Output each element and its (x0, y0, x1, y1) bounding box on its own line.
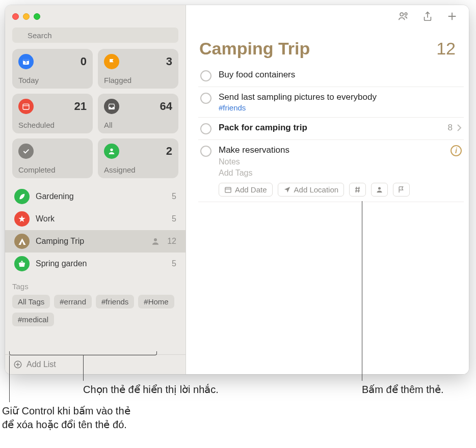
plus-circle-icon (13, 360, 22, 369)
complete-checkbox[interactable] (200, 146, 211, 157)
calendar-small-icon (224, 186, 232, 193)
tent-icon (14, 234, 30, 249)
smart-count: 64 (160, 100, 172, 113)
tag-all-tags[interactable]: All Tags (12, 295, 50, 309)
list-total-count: 12 (436, 39, 456, 59)
svg-text:5: 5 (25, 61, 27, 64)
hashtag-icon (354, 186, 361, 193)
minimize-window-button[interactable] (23, 13, 30, 20)
smart-list-scheduled[interactable]: 21 Scheduled (12, 94, 93, 133)
notes-placeholder[interactable]: Notes (219, 157, 443, 166)
flag-button[interactable] (393, 183, 410, 197)
svg-point-8 (154, 238, 157, 241)
tag-friends[interactable]: #friends (96, 295, 134, 309)
location-arrow-icon (283, 186, 291, 193)
add-tag-button[interactable] (349, 183, 366, 197)
search-input[interactable] (12, 27, 178, 43)
reminder-row[interactable]: Send last sampling pictures to everybody… (198, 87, 464, 118)
calendar-icon (18, 99, 34, 114)
list-name: Spring garden (36, 259, 166, 268)
close-window-button[interactable] (12, 13, 19, 20)
app-window: 5 0 Today 3 Flagged (5, 5, 469, 374)
complete-checkbox[interactable] (200, 123, 211, 134)
list-count: 12 (167, 237, 176, 246)
list-name: Gardening (36, 192, 166, 201)
smart-list-all[interactable]: 64 All (98, 94, 178, 133)
flag-icon (104, 54, 119, 69)
complete-checkbox[interactable] (200, 70, 211, 81)
smart-label: Assigned (104, 165, 172, 174)
callout-line-ctrl-click (9, 355, 10, 402)
tag-medical[interactable]: #medical (12, 313, 54, 326)
smart-label: Scheduled (18, 121, 87, 129)
list-item-work[interactable]: Work 5 (5, 208, 186, 230)
shared-icon (151, 237, 160, 246)
callout-ctrl-click: Giữ Control khi bấm vào thẻ để xóa hoặc … (2, 404, 130, 432)
smart-list-completed[interactable]: Completed (12, 138, 93, 178)
add-list-button[interactable]: Add List (5, 354, 186, 374)
add-location-button[interactable]: Add Location (278, 183, 345, 197)
titlebar (5, 5, 186, 27)
tag-errand[interactable]: #errand (54, 295, 92, 309)
subtask-count-group: 8 (448, 123, 462, 133)
main-header: Camping Trip 12 (186, 27, 469, 65)
smart-list-flagged[interactable]: 3 Flagged (98, 49, 178, 89)
add-location-label: Add Location (294, 185, 339, 194)
basket-icon (14, 256, 30, 271)
complete-checkbox[interactable] (200, 93, 211, 104)
add-date-label: Add Date (235, 185, 267, 194)
list-item-spring-garden[interactable]: Spring garden 5 (5, 253, 186, 275)
person-small-icon (376, 186, 383, 193)
smart-count: 2 (166, 145, 172, 158)
tag-home[interactable]: #Home (138, 295, 174, 309)
tags-section: Tags All Tags #errand #friends #Home #me… (5, 275, 186, 329)
callout-line-select-tag (83, 355, 84, 381)
add-tags-placeholder[interactable]: Add Tags (219, 169, 443, 178)
smart-label: Flagged (104, 76, 172, 85)
chevron-right-icon[interactable] (457, 124, 462, 132)
callout-bracket-tags (9, 351, 157, 355)
list-item-camping-trip[interactable]: Camping Trip 12 (5, 230, 186, 253)
reminder-tag[interactable]: #friends (219, 103, 462, 112)
fullscreen-window-button[interactable] (34, 13, 40, 20)
info-icon[interactable]: i (451, 145, 462, 156)
smart-list-today[interactable]: 5 0 Today (12, 49, 93, 89)
checkmark-icon (18, 144, 34, 159)
reminder-title: Pack for camping trip (219, 123, 441, 133)
add-reminder-icon[interactable] (446, 11, 458, 22)
smart-count: 21 (74, 100, 87, 113)
main-panel: Camping Trip 12 Buy food containers Send… (186, 5, 469, 374)
lists-container: Gardening 5 Work 5 Camping Trip 12 (5, 183, 186, 354)
share-icon[interactable] (422, 11, 433, 22)
smart-count: 0 (81, 55, 87, 68)
add-date-button[interactable]: Add Date (219, 183, 273, 197)
toolbar (186, 5, 469, 27)
reminder-title: Make reservations (219, 145, 443, 155)
svg-rect-16 (225, 187, 231, 192)
collaborate-icon[interactable] (398, 11, 409, 22)
list-name: Camping Trip (36, 237, 145, 246)
reminder-row-subtasks[interactable]: Pack for camping trip 8 (198, 118, 464, 140)
reminders-list: Buy food containers Send last sampling p… (186, 65, 469, 202)
svg-point-7 (110, 149, 113, 151)
window-controls (12, 13, 40, 20)
sidebar: 5 0 Today 3 Flagged (5, 5, 186, 374)
svg-line-21 (359, 187, 359, 192)
reminder-title: Buy food containers (219, 70, 462, 80)
list-item-gardening[interactable]: Gardening 5 (5, 185, 186, 208)
reminder-row[interactable]: Buy food containers (198, 65, 464, 87)
list-count: 5 (172, 214, 176, 223)
smart-label: Today (18, 76, 87, 85)
add-list-label: Add List (27, 360, 56, 369)
list-count: 5 (172, 192, 176, 201)
callout-line-add-tag (362, 201, 362, 381)
assign-person-button[interactable] (371, 183, 388, 197)
smart-label: All (104, 121, 172, 129)
smart-lists-grid: 5 0 Today 3 Flagged (5, 49, 186, 183)
list-name: Work (36, 214, 166, 223)
tags-header: Tags (12, 282, 178, 291)
callout-select-tag: Chọn thẻ để hiển thị lời nhắc. (83, 383, 219, 397)
reminder-row-editing[interactable]: Make reservations Notes Add Tags Add Dat… (198, 140, 464, 202)
smart-list-assigned[interactable]: 2 Assigned (98, 138, 178, 178)
list-title: Camping Trip (199, 39, 310, 59)
